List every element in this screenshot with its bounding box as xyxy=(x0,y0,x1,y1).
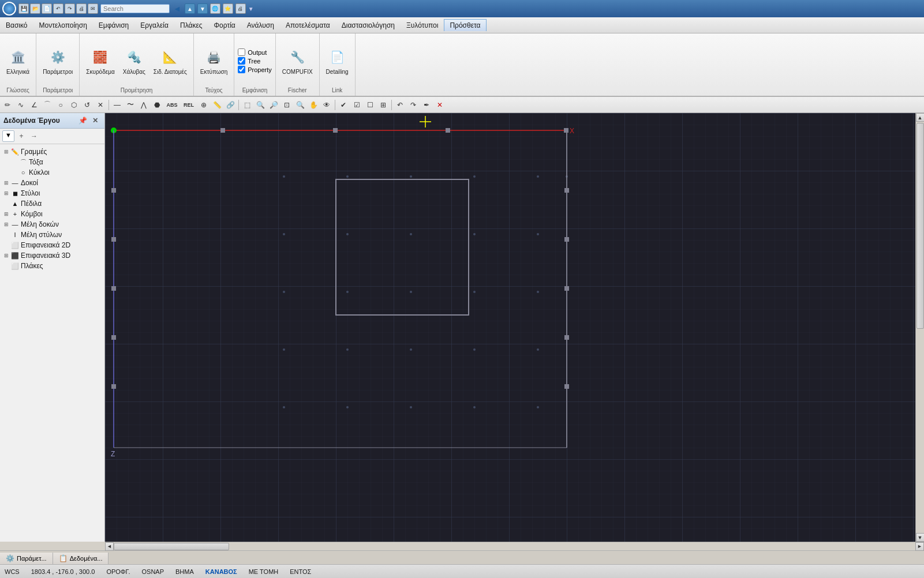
tree-item-circles[interactable]: ○ Κύκλοι xyxy=(0,167,104,178)
tree-item-columns[interactable]: ⊞ ◼ Στύλοι xyxy=(0,188,104,198)
tab-params[interactable]: ⚙️ Παράμετ... xyxy=(0,553,53,564)
t2-check3[interactable]: ☐ xyxy=(364,99,376,111)
print-icon[interactable]: 🖨 xyxy=(76,3,87,14)
t2-link[interactable]: 🔗 xyxy=(224,99,237,111)
tree-item-arcs[interactable]: ⌒ Τόξα xyxy=(0,157,104,167)
tree-item-beams[interactable]: ⊞ — Δοκοί xyxy=(0,178,104,188)
tree-item-nodes[interactable]: ⊞ + Κόμβοι xyxy=(0,209,104,219)
ribbon-btn-steel[interactable]: 🔩 Χάλυβας xyxy=(120,45,148,77)
status-entos[interactable]: ΕΝΤΟΣ xyxy=(290,568,311,575)
print2-icon[interactable]: 🖨 xyxy=(235,3,246,14)
save-icon[interactable]: 💾 xyxy=(18,3,29,14)
t2-rel[interactable]: REL xyxy=(181,99,197,111)
menu-basic[interactable]: Βασικό xyxy=(0,19,33,32)
t2-check2[interactable]: ☑ xyxy=(350,99,363,111)
t2-angle[interactable]: ∠ xyxy=(28,99,40,111)
drawing-canvas[interactable]: X Z xyxy=(105,113,915,542)
status-kanavos[interactable]: ΚΑΝΑΒΟΣ xyxy=(205,568,237,575)
sidebar-dropdown[interactable]: ▼ xyxy=(2,130,14,142)
tree-item-lines[interactable]: ⊞ ✏️ Γραμμές xyxy=(0,147,104,157)
menu-loads[interactable]: Φορτία xyxy=(208,19,241,32)
globe-icon[interactable]: 🌐 xyxy=(210,3,220,14)
t2-grid[interactable]: ⊞ xyxy=(377,99,390,111)
qat-more-btn[interactable]: ▼ xyxy=(248,6,254,12)
sidebar-add-btn[interactable]: + xyxy=(16,130,27,142)
menu-analysis[interactable]: Ανάλυση xyxy=(241,19,280,32)
menu-modeling[interactable]: Μοντελοποίηση xyxy=(33,19,93,32)
scroll-left-btn[interactable]: ◄ xyxy=(105,542,114,551)
ribbon-btn-compufix[interactable]: 🔧 COMPUFIX xyxy=(279,45,316,77)
checkbox-tree[interactable]: Tree xyxy=(238,57,272,65)
expand-columns[interactable]: ⊞ xyxy=(2,189,10,197)
ribbon-btn-print[interactable]: 🖨️ Εκτύπωση xyxy=(197,45,230,77)
checkbox-property[interactable]: Property xyxy=(238,66,272,73)
checkbox-tree-input[interactable] xyxy=(238,57,245,65)
t2-cross[interactable]: ✕ xyxy=(94,99,107,111)
menu-layout[interactable]: Ξυλότυποι xyxy=(401,19,444,32)
t2-dash[interactable]: — xyxy=(111,99,124,111)
nav-up-btn[interactable]: ▲ xyxy=(185,3,195,14)
tree-item-footings[interactable]: ▲ Πέδιλα xyxy=(0,198,104,209)
app-logo[interactable] xyxy=(2,2,16,16)
t2-wave[interactable]: 〜 xyxy=(124,99,137,111)
ribbon-btn-params[interactable]: ⚙️ Παράμετροι xyxy=(40,45,76,77)
undo-icon[interactable]: ↶ xyxy=(53,3,63,14)
scroll-thumb[interactable] xyxy=(916,123,924,329)
tree-item-col-members[interactable]: I Μέλη στύλων xyxy=(0,230,104,240)
expand-beam-members[interactable]: ⊞ xyxy=(2,220,10,228)
ribbon-btn-detailing[interactable]: 📄 Detailing xyxy=(323,45,351,77)
t2-node[interactable]: ⬣ xyxy=(151,99,163,111)
t2-undo[interactable]: ↶ xyxy=(394,99,406,111)
menu-slabs[interactable]: Πλάκες xyxy=(174,19,208,32)
t2-zigzag[interactable]: ⋀ xyxy=(137,99,150,111)
t2-polygon[interactable]: ⬡ xyxy=(68,99,80,111)
t2-zoom-in[interactable]: 🔍 xyxy=(254,99,267,111)
t2-snap[interactable]: ⊕ xyxy=(197,99,210,111)
expand-surf3d[interactable]: ⊞ xyxy=(2,252,10,260)
open-icon[interactable]: 📂 xyxy=(30,3,40,14)
sidebar-arrow-btn[interactable]: → xyxy=(28,130,40,142)
t2-pen[interactable]: ✒ xyxy=(420,99,433,111)
nav-back-btn[interactable]: ◄ xyxy=(172,4,182,13)
status-me-tomi[interactable]: ΜΕ ΤΟΜΗ xyxy=(249,568,279,575)
scroll-down-btn[interactable]: ▼ xyxy=(916,533,925,542)
ribbon-btn-concrete[interactable]: 🧱 Σκυρόδεμα xyxy=(83,45,117,77)
t2-circle[interactable]: ○ xyxy=(54,99,67,111)
sidebar-close-btn[interactable]: ✕ xyxy=(89,115,101,126)
checkbox-output[interactable]: Output xyxy=(238,48,272,56)
expand-lines[interactable]: ⊞ xyxy=(2,148,10,156)
t2-close[interactable]: ✕ xyxy=(433,99,446,111)
expand-nodes[interactable]: ⊞ xyxy=(2,210,10,218)
t2-zoom-window[interactable]: ⊡ xyxy=(280,99,293,111)
menu-view[interactable]: Εμφάνιση xyxy=(93,19,134,32)
t2-measure[interactable]: 📏 xyxy=(211,99,223,111)
menu-tools[interactable]: Εργαλεία xyxy=(134,19,174,32)
expand-beams[interactable]: ⊞ xyxy=(2,179,10,187)
t2-pencil[interactable]: ✏ xyxy=(1,99,14,111)
hscroll-thumb[interactable] xyxy=(114,543,229,550)
checkbox-output-input[interactable] xyxy=(238,48,245,56)
t2-pan[interactable]: ✋ xyxy=(307,99,320,111)
menu-design[interactable]: Διαστασιολόγηση xyxy=(336,19,401,32)
scroll-right-btn[interactable]: ► xyxy=(915,542,924,551)
scroll-up-btn[interactable]: ▲ xyxy=(916,113,925,122)
title-bar-search[interactable] xyxy=(100,4,170,13)
tree-item-surf2d[interactable]: ⬜ Επιφανειακά 2D xyxy=(0,240,104,250)
t2-abs[interactable]: ABS xyxy=(164,99,180,111)
t2-zoom-out[interactable]: 🔍 xyxy=(294,99,306,111)
tree-item-beam-members[interactable]: ⊞ — Μέλη δοκών xyxy=(0,219,104,230)
status-bhma[interactable]: ΒΗΜΑ xyxy=(175,568,194,575)
nav-down-btn[interactable]: ▼ xyxy=(197,3,208,14)
t2-curve[interactable]: ∿ xyxy=(14,99,27,111)
tree-item-slabs[interactable]: ⬜ Πλάκες xyxy=(0,261,104,271)
t2-rotate[interactable]: ↺ xyxy=(81,99,93,111)
menu-extras[interactable]: Πρόσθετα xyxy=(444,19,486,31)
t2-select[interactable]: ⬚ xyxy=(241,99,253,111)
menu-results[interactable]: Αποτελέσματα xyxy=(280,19,336,32)
t2-redo[interactable]: ↷ xyxy=(407,99,420,111)
t2-zoom-full[interactable]: 🔎 xyxy=(267,99,280,111)
star-icon[interactable]: ⭐ xyxy=(223,3,233,14)
tree-item-surf3d[interactable]: ⊞ ⬛ Επιφανειακά 3D xyxy=(0,250,104,261)
sidebar-pin-btn[interactable]: 📌 xyxy=(77,115,88,126)
mail-icon[interactable]: ✉ xyxy=(88,3,98,14)
